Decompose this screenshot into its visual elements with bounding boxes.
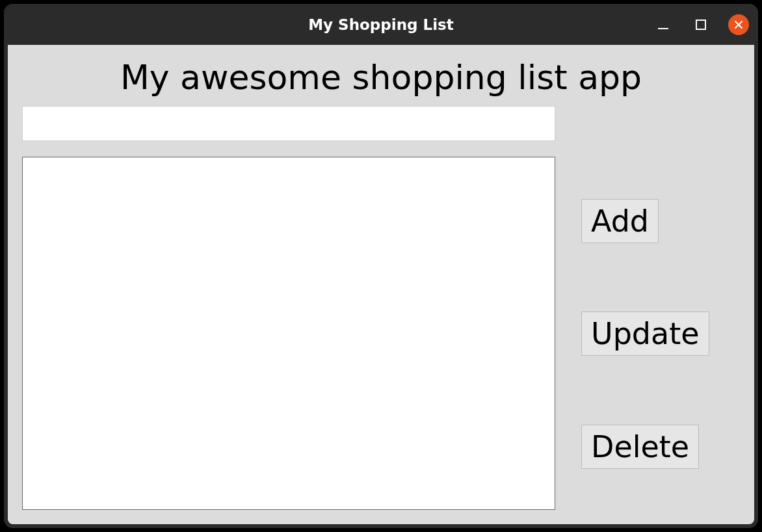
minimize-button[interactable] <box>653 14 674 35</box>
maximize-icon <box>695 19 707 31</box>
svg-rect-1 <box>696 20 705 29</box>
window-frame: My Shopping List My awesome shopping li <box>4 4 758 528</box>
window-title: My Shopping List <box>308 16 454 33</box>
delete-button[interactable]: Delete <box>581 425 699 469</box>
svg-rect-0 <box>658 28 668 29</box>
item-input[interactable] <box>22 106 555 141</box>
update-button[interactable]: Update <box>581 312 709 356</box>
maximize-button[interactable] <box>690 14 711 35</box>
app-heading: My awesome shopping list app <box>22 58 740 97</box>
window-controls <box>653 4 749 45</box>
titlebar[interactable]: My Shopping List <box>4 4 758 45</box>
close-icon <box>733 20 744 30</box>
main-row: Add Update Delete <box>22 106 740 510</box>
right-column: Add Update Delete <box>581 106 740 510</box>
content-area: My awesome shopping list app Add Update … <box>8 45 754 524</box>
minimize-icon <box>657 19 669 31</box>
add-button[interactable]: Add <box>581 199 659 243</box>
close-button[interactable] <box>728 14 749 35</box>
left-column <box>22 106 555 510</box>
items-listbox[interactable] <box>22 157 555 510</box>
